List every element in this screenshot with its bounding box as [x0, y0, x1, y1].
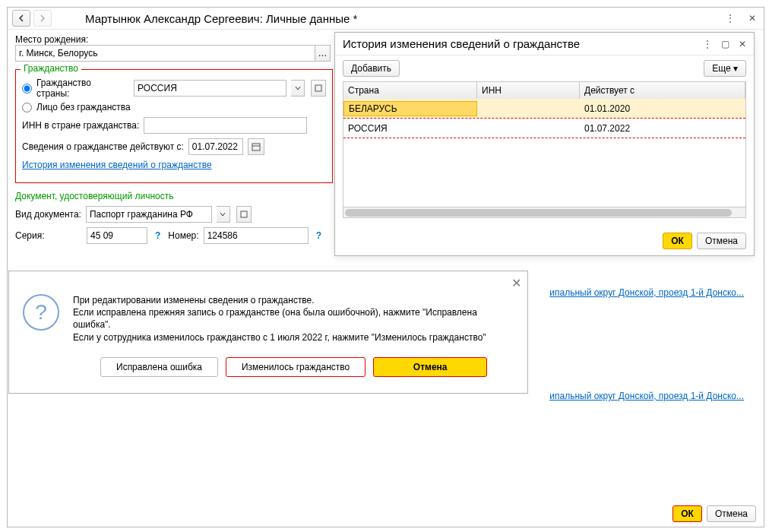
message-dialog: ✕ ? При редактировании изменены сведения…: [8, 271, 528, 394]
svg-rect-0: [315, 85, 321, 91]
col-from[interactable]: Действует с: [580, 82, 745, 99]
history-dialog-title: История изменения сведений о гражданстве: [343, 37, 580, 50]
history-table: Страна ИНН Действует с БЕЛАРУСЬ 01.01.20…: [343, 81, 746, 218]
number-input[interactable]: [204, 227, 309, 244]
citizenship-group: Гражданство Гражданство страны: Лицо без…: [15, 69, 333, 183]
chevron-down-icon: ▾: [733, 63, 738, 74]
dialog-restore-icon[interactable]: ▢: [721, 39, 729, 49]
history-link[interactable]: История изменения сведений о гражданстве: [22, 160, 212, 170]
doc-type-dropdown[interactable]: [217, 206, 230, 223]
radio-stateless[interactable]: [22, 103, 32, 112]
radio-country[interactable]: [22, 84, 32, 93]
main-cancel-button[interactable]: Отмена: [707, 505, 756, 522]
addr-link-2[interactable]: ипальный округ Донской, проезд 1-й Донск…: [549, 391, 744, 401]
history-dialog: История изменения сведений о гражданстве…: [334, 32, 755, 256]
message-close-icon[interactable]: ✕: [511, 276, 521, 290]
doc-type-label: Вид документа:: [15, 209, 81, 220]
series-input[interactable]: [87, 227, 147, 244]
close-icon[interactable]: ✕: [745, 11, 759, 25]
inn-input[interactable]: [144, 117, 307, 134]
history-ok-button[interactable]: ОК: [663, 233, 692, 249]
dialog-close-icon[interactable]: ✕: [739, 39, 746, 49]
citizenship-group-title: Гражданство: [21, 63, 81, 74]
message-cancel-button[interactable]: Отмена: [373, 357, 487, 377]
nav-back-button[interactable]: [12, 10, 30, 27]
svg-rect-1: [252, 144, 260, 150]
message-text: При редактировании изменены сведения о г…: [73, 294, 514, 344]
add-button[interactable]: Добавить: [343, 60, 400, 77]
changed-citizenship-button[interactable]: Изменилось гражданство: [226, 357, 366, 377]
menu-icon[interactable]: ⋮: [723, 11, 738, 25]
history-cancel-button[interactable]: Отмена: [697, 233, 746, 249]
country-dropdown-button[interactable]: [291, 80, 305, 97]
addr-link-1[interactable]: ипальный округ Донской, проезд 1-й Донск…: [549, 287, 744, 298]
scrollbar[interactable]: [345, 209, 732, 217]
number-label: Номер:: [168, 230, 198, 241]
country-open-button[interactable]: [311, 80, 326, 97]
doc-type-input[interactable]: [86, 206, 212, 223]
country-input[interactable]: [134, 80, 286, 97]
svg-rect-3: [241, 211, 247, 217]
doc-type-open[interactable]: [236, 206, 252, 223]
valid-from-label: Сведения о гражданстве действуют с:: [22, 141, 184, 152]
nav-forward-button[interactable]: [33, 10, 52, 27]
calendar-icon[interactable]: [248, 138, 264, 155]
col-country[interactable]: Страна: [343, 82, 477, 99]
dialog-menu-icon[interactable]: ⋮: [703, 39, 712, 49]
titlebar: Мартынюк Александр Сергеевич: Личные дан…: [8, 8, 764, 30]
fixed-error-button[interactable]: Исправлена ошибка: [100, 357, 218, 377]
valid-from-input[interactable]: [188, 138, 243, 155]
question-icon: ?: [23, 294, 59, 331]
help-icon-2[interactable]: ?: [316, 230, 321, 241]
help-icon[interactable]: ?: [155, 230, 160, 241]
radio-country-label: Гражданство страны:: [36, 78, 126, 99]
window-title: Мартынюк Александр Сергеевич: Личные дан…: [85, 12, 357, 25]
birthplace-expand-button[interactable]: …: [315, 45, 331, 62]
birthplace-input[interactable]: [15, 45, 315, 62]
radio-stateless-label: Лицо без гражданства: [36, 102, 131, 112]
inn-label: ИНН в стране гражданства:: [22, 120, 139, 131]
main-ok-button[interactable]: ОК: [672, 505, 702, 522]
col-inn[interactable]: ИНН: [477, 82, 580, 99]
table-row[interactable]: БЕЛАРУСЬ 01.01.2020: [343, 99, 745, 119]
table-row[interactable]: РОССИЯ 01.07.2022: [343, 119, 745, 138]
more-button[interactable]: Еще ▾: [704, 60, 746, 77]
series-label: Серия:: [15, 230, 82, 241]
